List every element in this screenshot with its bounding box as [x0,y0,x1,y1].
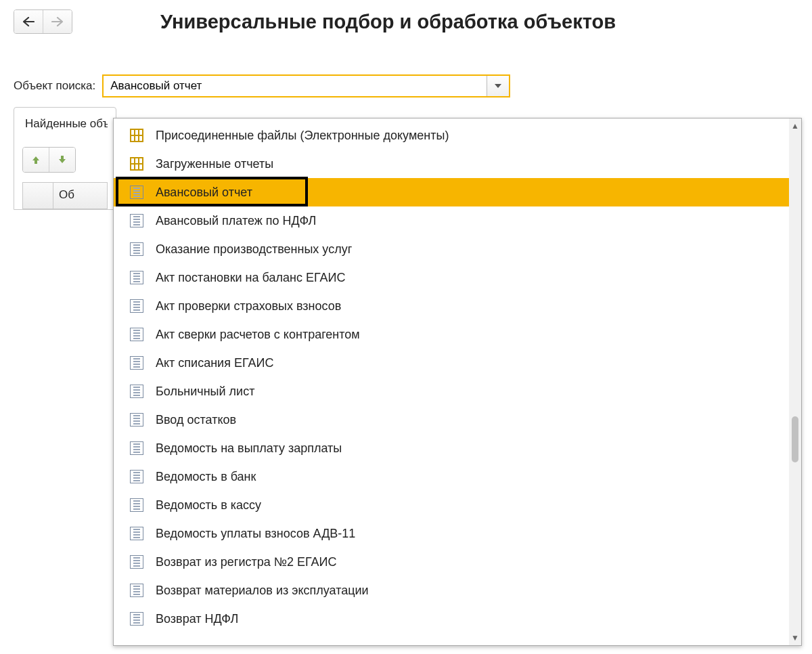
dropdown-item-label: Акт проверки страховых взносов [156,299,341,313]
dropdown-item[interactable]: Возврат материалов из эксплуатации [114,576,801,605]
document-icon [130,470,143,483]
document-icon [130,214,143,227]
tabset: Найденные объ Об [14,107,116,210]
document-icon [130,271,143,284]
arrow-left-icon [22,17,35,26]
dropdown-item[interactable]: Авансовый отчет [114,178,801,206]
dropdown-item-label: Авансовый отчет [156,186,252,200]
table-icon [130,129,143,142]
search-object-input[interactable] [104,76,487,96]
dropdown-item[interactable]: Ведомость на выплату зарплаты [114,434,801,462]
dropdown-item-label: Акт списания ЕГАИС [156,356,273,370]
back-button[interactable] [14,10,43,33]
list-header-col-checkbox[interactable] [23,183,53,209]
document-icon [130,385,143,398]
dropdown-item[interactable]: Больничный лист [114,377,801,406]
scroll-up-arrow-icon: ▲ [791,118,799,133]
dropdown-item-label: Ведомость в кассу [156,498,261,513]
dropdown-item[interactable]: Акт списания ЕГАИС [114,349,801,377]
document-icon [130,242,143,256]
dropdown-item[interactable]: Ведомость уплаты взносов АДВ-11 [114,519,801,548]
dropdown-item[interactable]: Акт постановки на баланс ЕГАИС [114,263,801,292]
dropdown-item[interactable]: Акт сверки расчетов с контрагентом [114,320,801,349]
triangle-down-icon [495,84,501,88]
dropdown-item-label: Возврат НДФЛ [156,612,238,626]
document-icon [130,441,143,455]
dropdown-item[interactable]: Оказание производственных услуг [114,235,801,263]
document-icon [130,555,143,569]
dropdown-item-label: Ввод остатков [156,413,236,427]
document-icon [130,328,143,341]
dropdown-item[interactable]: Авансовый платеж по НДФЛ [114,206,801,235]
search-object-dropdown: Присоединенные файлы (Электронные докуме… [113,118,802,646]
document-icon [130,186,143,199]
dropdown-item-label: Акт постановки на баланс ЕГАИС [156,271,345,285]
dropdown-item[interactable]: Акт проверки страховых взносов [114,292,801,320]
dropdown-item-label: Ведомость на выплату зарплаты [156,441,342,456]
document-icon [130,584,143,597]
dropdown-item-label: Ведомость в банк [156,470,256,484]
forward-button[interactable] [43,10,72,33]
move-up-button[interactable] [23,148,49,172]
nav-group [14,9,72,34]
dropdown-item-label: Акт сверки расчетов с контрагентом [156,328,360,342]
dropdown-item[interactable]: Возврат из регистра №2 ЕГАИС [114,548,801,576]
dropdown-item[interactable]: Ввод остатков [114,406,801,434]
dropdown-item-label: Ведомость уплаты взносов АДВ-11 [156,527,355,541]
table-icon [130,157,143,171]
document-icon [130,356,143,370]
scroll-thumb[interactable] [792,416,798,462]
dropdown-item[interactable]: Присоединенные файлы (Электронные докуме… [114,121,801,150]
dropdown-item[interactable]: Ведомость в кассу [114,491,801,519]
dropdown-item-label: Авансовый платеж по НДФЛ [156,214,316,228]
dropdown-item[interactable]: Возврат НДФЛ [114,605,801,633]
search-object-dropdown-button[interactable] [487,76,509,96]
move-down-button[interactable] [49,148,75,172]
dropdown-item-label: Загруженные отчеты [156,157,273,171]
document-icon [130,527,143,540]
dropdown-item-label: Оказание производственных услуг [156,242,352,257]
dropdown-item-label: Возврат из регистра №2 ЕГАИС [156,555,337,569]
document-icon [130,299,143,313]
dropdown-scrollbar[interactable]: ▲ ▼ [789,118,801,645]
dropdown-item[interactable]: Загруженные отчеты [114,150,801,178]
list-header: Об [22,182,108,209]
document-icon [130,413,143,427]
arrow-up-icon [31,155,41,165]
dropdown-item-label: Больничный лист [156,385,254,399]
dropdown-item[interactable]: Ведомость в банк [114,462,801,491]
document-icon [130,612,143,626]
search-object-label: Объект поиска: [14,79,95,93]
page-title: Универсальные подбор и обработка объекто… [160,11,616,33]
move-group [22,147,76,173]
arrow-right-icon [51,17,64,26]
scroll-down-arrow-icon: ▼ [791,630,799,645]
document-icon [130,498,143,512]
list-header-col-object[interactable]: Об [53,183,107,209]
dropdown-item-label: Присоединенные файлы (Электронные докуме… [156,129,449,143]
search-object-combo [102,74,510,97]
tab-found-objects[interactable]: Найденные объ [22,113,108,135]
dropdown-item-label: Возврат материалов из эксплуатации [156,584,369,598]
arrow-down-icon [58,155,67,165]
